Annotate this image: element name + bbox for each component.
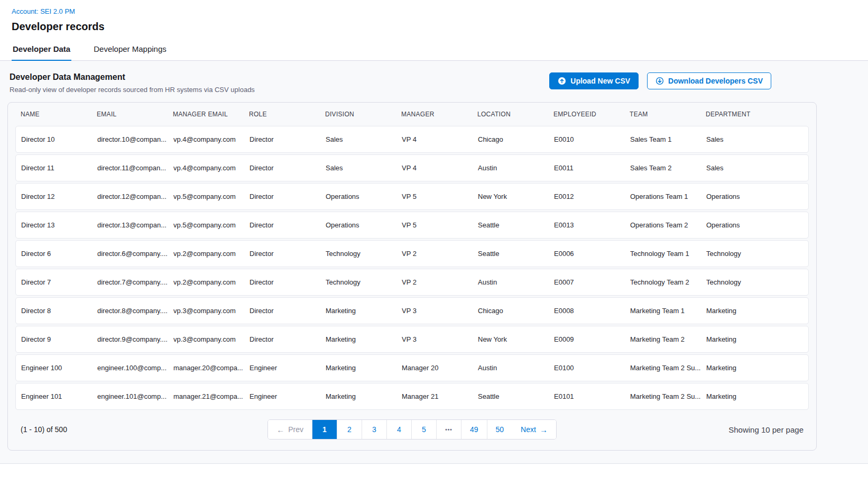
table-cell: Director [250,278,326,286]
table-cell: engineer.101@comp... [97,392,173,400]
per-page-text: Showing 10 per page [557,425,804,434]
section-subtitle: Read-only view of developer records sour… [10,86,255,94]
upload-new-csv-button[interactable]: Upload New CSV [549,72,639,89]
table-cell: E0007 [554,278,630,286]
table-cell: Director [250,335,326,343]
arrow-right-icon: → [540,426,548,434]
column-header: ROLE [249,111,325,118]
pagination-page-1[interactable]: 1 [312,420,337,439]
table-cell: Marketing [706,307,803,315]
table-cell: New York [478,193,554,200]
pagination-page-50[interactable]: 50 [487,420,513,439]
table-cell: Marketing [706,335,803,343]
account-link[interactable]: Account: SEI 2.0 PM [12,7,75,15]
table-row: Engineer 101engineer.101@comp...manager.… [15,383,809,410]
toolbar-actions: Upload New CSV Download Developers CSV [549,72,771,89]
data-table: NAMEEMAILMANAGER EMAILROLEDIVISIONMANAGE… [7,102,817,451]
table-cell: vp.2@company.com [173,278,250,286]
table-cell: director.9@company.... [97,335,173,343]
pagination: ← Prev 12345•••4950 Next → [267,419,557,440]
table-cell: Marketing Team 2 Su... [630,364,706,372]
column-header: EMPLOYEEID [553,111,630,118]
pagination-page-5[interactable]: 5 [412,420,437,439]
column-header: EMAIL [97,111,173,118]
table-cell: director.13@compan... [97,221,173,229]
column-header: DIVISION [325,111,401,118]
table-cell: Seattle [478,221,554,229]
table-cell: Director 6 [21,250,97,258]
table-cell: Marketing [706,364,803,372]
table-cell: E0008 [554,307,630,315]
table-row: Director 13director.13@compan...vp.5@com… [15,212,809,239]
section-header: Developer Data Management Read-only view… [7,71,817,94]
next-button[interactable]: Next → [512,420,556,439]
table-cell: VP 4 [402,135,478,143]
table-cell: VP 5 [402,221,478,229]
download-developers-csv-button[interactable]: Download Developers CSV [647,72,771,89]
table-cell: Marketing [326,335,402,343]
table-cell: Director 13 [21,221,97,229]
table-cell: engineer.100@comp... [97,364,173,372]
prev-button[interactable]: ← Prev [268,420,312,439]
table-cell: Marketing [326,364,402,372]
column-header: MANAGER EMAIL [173,111,249,118]
table-cell: Director [250,221,326,229]
pagination-page-49[interactable]: 49 [461,420,487,439]
table-cell: vp.3@company.com [173,335,250,343]
table-cell: Operations [326,193,402,200]
table-cell: Director 7 [21,278,97,286]
table-cell: VP 2 [402,250,478,258]
table-cell: Director 10 [21,135,97,143]
download-button-label: Download Developers CSV [668,77,763,85]
column-header: NAME [21,111,97,118]
pagination-page-4[interactable]: 4 [387,420,412,439]
table-cell: Engineer 100 [21,364,97,372]
table-cell: Sales [326,164,402,172]
table-cell: director.8@company.... [97,307,173,315]
table-cell: Operations Team 1 [630,193,706,200]
tab-developer-mappings[interactable]: Developer Mappings [93,44,168,60]
table-row: Director 9director.9@company....vp.3@com… [15,326,809,353]
table-cell: Marketing [326,307,402,315]
table-cell: Austin [478,364,554,372]
table-cell: E0101 [554,392,630,400]
next-button-label: Next [521,425,536,434]
column-header: TEAM [630,111,706,118]
column-header: LOCATION [477,111,553,118]
table-cell: manager.20@compa... [173,364,250,372]
table-cell: director.6@company.... [97,250,173,258]
table-row: Director 10director.10@compan...vp.4@com… [15,126,809,153]
pagination-page-2[interactable]: 2 [337,420,362,439]
table-cell: Manager 20 [402,364,478,372]
page-header: Account: SEI 2.0 PM Developer records [0,0,868,33]
table-cell: director.12@compan... [97,193,173,200]
table-cell: Director [250,164,326,172]
table-cell: VP 2 [402,278,478,286]
table-cell: VP 4 [402,164,478,172]
table-cell: Director 12 [21,193,97,200]
table-cell: vp.2@company.com [173,250,250,258]
table-cell: Operations [706,221,803,229]
pagination-page-3[interactable]: 3 [362,420,387,439]
table-cell: Manager 21 [402,392,478,400]
pagination-ellipsis[interactable]: ••• [437,420,461,439]
table-cell: Director [250,135,326,143]
table-cell: Austin [478,278,554,286]
table-body: Director 10director.10@compan...vp.4@com… [15,126,809,410]
table-cell: Operations [326,221,402,229]
table-cell: Engineer [250,364,326,372]
table-row: Engineer 100engineer.100@comp...manager.… [15,354,809,381]
table-cell: Seattle [478,250,554,258]
pagination-bar: (1 - 10) of 500 ← Prev 12345•••4950 Next… [15,411,809,450]
table-cell: Operations Team 2 [630,221,706,229]
table-cell: VP 3 [402,307,478,315]
table-row: Director 7director.7@company....vp.2@com… [15,269,809,296]
section-title: Developer Data Management [10,72,255,82]
upload-circle-icon [558,77,566,85]
table-cell: vp.3@company.com [173,307,250,315]
table-cell: Technology [706,278,803,286]
tab-developer-data[interactable]: Developer Data [12,44,71,60]
table-row: Director 6director.6@company....vp.2@com… [15,240,809,267]
table-cell: VP 5 [402,193,478,200]
table-cell: E0100 [554,364,630,372]
